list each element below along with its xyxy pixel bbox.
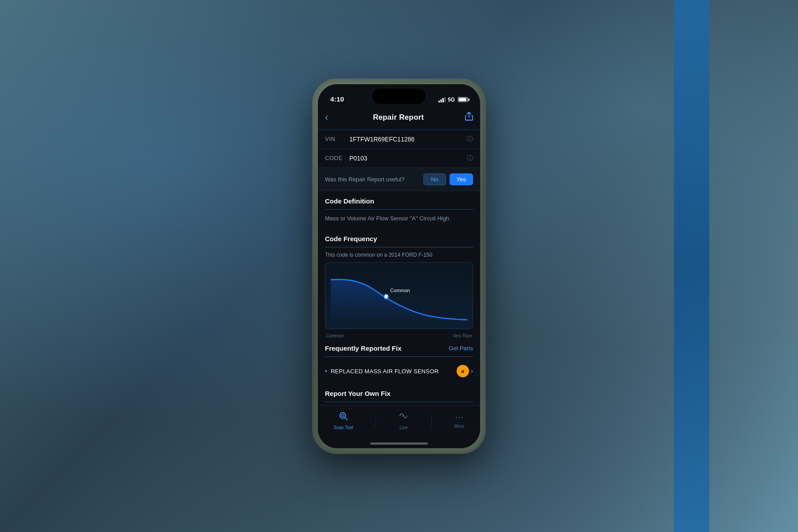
status-time: 4:10 (330, 95, 344, 103)
chart-svg (331, 270, 467, 323)
share-icon (465, 112, 473, 121)
feedback-buttons: No Yes (423, 173, 473, 185)
phone-inner: 4:10 5G (318, 84, 480, 448)
scan-tool-svg (338, 411, 348, 421)
tab-divider-2 (431, 414, 432, 427)
more-label: More (454, 424, 465, 429)
code-frequency-title: Code Frequency (325, 235, 473, 247)
feedback-yes-button[interactable]: Yes (450, 173, 473, 185)
svg-rect-2 (442, 98, 444, 102)
fix-header: Frequently Reported Fix Get Parts (325, 344, 473, 357)
chart-dot-label: Common (390, 288, 410, 293)
more-icon: ··· (455, 412, 464, 422)
tab-bar: Scan Tool Live · (318, 405, 480, 441)
report-your-own-fix-section: Report Your Own Fix Type of Fix Choose a… (318, 383, 480, 405)
home-bar (370, 442, 428, 445)
amazon-link[interactable]: a › (457, 365, 473, 377)
vin-row: VIN 1FTFW1R69EFC11286 ⓘ (318, 130, 480, 149)
page-title: Repair Report (373, 113, 424, 122)
fix-section-title: Frequently Reported Fix (325, 344, 402, 352)
live-icon (399, 411, 408, 423)
tab-scan-tool[interactable]: Scan Tool (325, 409, 362, 432)
chart-subtitle: This code is common on a 2014 FORD F-150 (325, 252, 473, 258)
amazon-button[interactable]: a (457, 365, 469, 377)
svg-point-6 (342, 414, 344, 417)
network-label: 5G (448, 97, 455, 103)
tab-more[interactable]: ··· More (446, 410, 473, 430)
amazon-icon: a (461, 368, 464, 375)
nav-header: ‹ Repair Report (318, 106, 480, 130)
frequently-reported-fix-section: Frequently Reported Fix Get Parts • REPL… (318, 338, 480, 383)
vin-label: VIN (325, 136, 349, 142)
phone-screen: 4:10 5G (318, 84, 480, 448)
code-definition-title: Code Definition (325, 197, 473, 210)
code-value: P0103 (349, 155, 467, 162)
chart-dot-circle (384, 294, 388, 299)
bg-blue-accent (674, 0, 709, 532)
svg-line-5 (345, 417, 348, 420)
scene: 4:10 5G (313, 79, 485, 454)
fix-item: • REPLACED MASS AIR FLOW SENSOR a › (325, 361, 473, 383)
home-indicator (318, 441, 480, 448)
tab-live[interactable]: Live (390, 409, 417, 432)
svg-rect-1 (440, 99, 442, 102)
status-icons: 5G (438, 97, 468, 103)
chart-x-labels: Common Very Rare (325, 332, 473, 338)
fix-bullet: • (325, 368, 327, 375)
tab-divider-1 (376, 414, 376, 427)
amazon-chevron-icon: › (471, 367, 473, 375)
vin-info-icon[interactable]: ⓘ (467, 135, 473, 143)
chart-x-label-left: Common (326, 333, 344, 338)
scroll-content[interactable]: VIN 1FTFW1R69EFC11286 ⓘ CODE P0103 ⓘ Was… (318, 130, 480, 405)
svg-rect-3 (444, 97, 446, 102)
svg-point-7 (403, 415, 405, 417)
scan-tool-label: Scan Tool (334, 425, 353, 430)
share-button[interactable] (465, 112, 473, 123)
code-row: CODE P0103 ⓘ (318, 149, 480, 168)
live-label: Live (399, 425, 407, 430)
battery-fill (459, 98, 466, 101)
live-svg (399, 411, 408, 421)
frequency-chart: Common (325, 262, 473, 329)
signal-icon (438, 97, 446, 102)
phone-case: 4:10 5G (313, 79, 485, 454)
scan-tool-icon (338, 411, 348, 423)
feedback-no-button[interactable]: No (423, 173, 446, 185)
code-info-icon[interactable]: ⓘ (467, 154, 473, 162)
code-definition-text: Mass or Volume Air Flow Sensor "A" Circu… (325, 214, 473, 229)
report-section-title: Report Your Own Fix (325, 390, 473, 402)
feedback-bar: Was this Repair Report useful? No Yes (318, 168, 480, 191)
battery-icon (458, 97, 468, 102)
chart-dot-text: Common (390, 288, 410, 293)
dynamic-island (372, 89, 426, 104)
svg-rect-0 (438, 101, 440, 102)
vin-value: 1FTFW1R69EFC11286 (349, 136, 467, 143)
get-parts-link[interactable]: Get Parts (449, 345, 473, 352)
code-frequency-section: Code Frequency This code is common on a … (318, 229, 480, 338)
chart-fill (331, 279, 467, 323)
back-button[interactable]: ‹ (325, 110, 332, 125)
code-label: CODE (325, 155, 349, 161)
feedback-question: Was this Repair Report useful? (325, 176, 404, 183)
chart-x-label-right: Very Rare (453, 333, 472, 338)
code-definition-section: Code Definition Mass or Volume Air Flow … (318, 191, 480, 229)
fix-text: REPLACED MASS AIR FLOW SENSOR (331, 368, 453, 375)
